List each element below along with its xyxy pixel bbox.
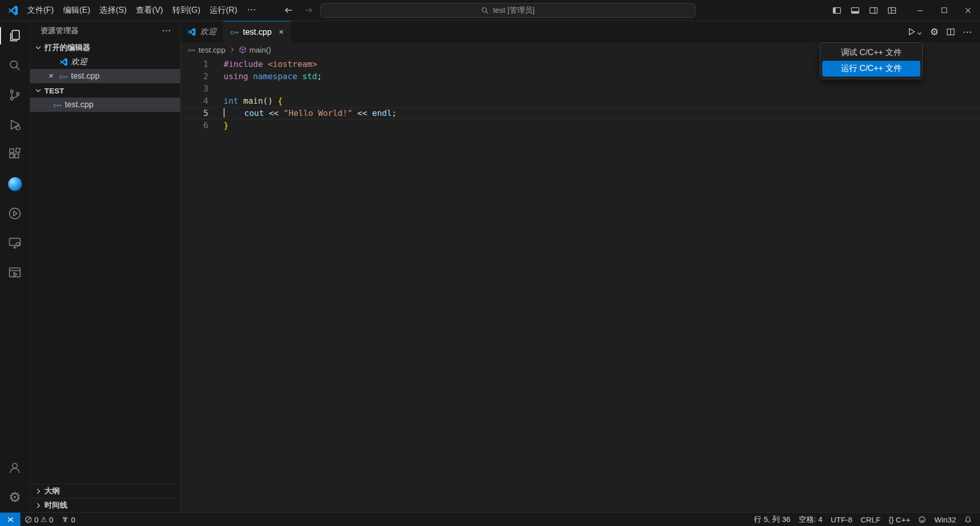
close-tab-icon[interactable]: ×: [279, 27, 284, 37]
svg-text:C++: C++: [60, 74, 68, 79]
line-content: cout << "Hello World!" << endl;: [208, 107, 397, 119]
menu-view[interactable]: 查看(V): [131, 0, 167, 20]
tab-bar: 欢迎 C++ test.cpp × ⚙: [181, 21, 980, 42]
menu-item-run-cpp[interactable]: 运行 C/C++ 文件: [822, 61, 920, 77]
warning-count: 0: [49, 515, 53, 524]
breadcrumb-file[interactable]: test.cpp: [199, 45, 226, 54]
settings-gear-icon[interactable]: ⚙: [0, 483, 30, 512]
menu-edit[interactable]: 编辑(E): [58, 0, 94, 20]
outline-label: 大纲: [44, 486, 60, 496]
outline-section[interactable]: 大纲: [30, 484, 180, 498]
file-item-testcpp[interactable]: C++ test.cpp: [30, 98, 180, 112]
timeline-section[interactable]: 时间线: [30, 498, 180, 512]
folder-section-test[interactable]: TEST: [30, 83, 180, 98]
radio-tower-icon: [61, 516, 69, 523]
chevron-right-icon: [34, 501, 42, 510]
breadcrumb-symbol[interactable]: main(): [250, 45, 272, 54]
workbench: ⚙ 资源管理器 ⋯ 打开的编辑器 欢迎 ×: [0, 21, 980, 512]
notifications-bell-icon[interactable]: [960, 513, 976, 526]
tab-welcome[interactable]: 欢迎: [181, 21, 224, 42]
play-circle-icon[interactable]: [0, 199, 30, 228]
chevron-down-icon: [34, 86, 42, 94]
eol-status[interactable]: CRLF: [856, 513, 885, 526]
folder-name-label: TEST: [44, 86, 64, 95]
braces-icon: {}: [889, 515, 894, 524]
more-actions-icon[interactable]: ⋯: [963, 27, 972, 37]
svg-text:C++: C++: [231, 30, 239, 35]
search-icon: [481, 7, 489, 14]
maximize-button[interactable]: [932, 0, 956, 21]
encoding-status[interactable]: UTF-8: [826, 513, 856, 526]
search-sidebar-icon[interactable]: [0, 51, 30, 80]
customize-layout-icon[interactable]: [887, 6, 897, 15]
indentation-status[interactable]: 空格: 4: [795, 513, 827, 526]
run-dropdown-menu: 调试 C/C++ 文件 运行 C/C++ 文件: [820, 42, 923, 79]
code-line-3[interactable]: 3: [181, 83, 980, 95]
sidebar-spacer: [30, 112, 180, 484]
activity-bar-spacer: [0, 288, 30, 453]
search-text: test [管理员]: [493, 6, 535, 15]
sidebar-more-actions-icon[interactable]: ⋯: [162, 25, 171, 36]
error-icon: [24, 516, 32, 523]
open-editor-testcpp[interactable]: × C++ test.cpp: [30, 69, 180, 83]
language-mode[interactable]: {} C++: [885, 513, 914, 526]
os-status[interactable]: Win32: [930, 513, 960, 526]
forward-arrow-icon[interactable]: [304, 6, 313, 15]
remote-explorer-icon[interactable]: [0, 228, 30, 258]
line-number: 2: [181, 70, 208, 83]
warning-icon: ⚠: [40, 516, 47, 523]
live-preview-icon[interactable]: [0, 258, 30, 288]
editor-group: 欢迎 C++ test.cpp × ⚙: [181, 21, 980, 512]
ports-status[interactable]: 0: [57, 513, 79, 526]
explorer-icon[interactable]: [0, 21, 30, 51]
timeline-label: 时间线: [44, 500, 67, 510]
problems-status[interactable]: 0 ⚠ 0: [20, 513, 57, 526]
open-editor-welcome[interactable]: 欢迎: [30, 55, 180, 69]
open-editors-section[interactable]: 打开的编辑器: [30, 40, 180, 55]
menu-more-icon[interactable]: ⋯: [242, 0, 261, 20]
split-editor-icon[interactable]: [946, 28, 955, 36]
toggle-secondary-sidebar-icon[interactable]: [869, 6, 878, 15]
run-cpp-button[interactable]: [907, 27, 922, 36]
close-window-button[interactable]: [956, 0, 980, 21]
code-line-5[interactable]: 5 cout << "Hello World!" << endl;: [181, 107, 980, 119]
menu-goto[interactable]: 转到(G): [167, 0, 205, 20]
back-arrow-icon[interactable]: [284, 6, 293, 15]
close-editor-icon[interactable]: ×: [46, 71, 56, 81]
line-content: int main() {: [208, 95, 283, 107]
account-icon[interactable]: [0, 453, 30, 483]
line-number: 6: [181, 119, 208, 132]
symbol-method-icon: [239, 46, 247, 54]
line-content: [208, 83, 224, 95]
tab-label: 欢迎: [200, 27, 216, 37]
editor-settings-gear-icon[interactable]: ⚙: [930, 27, 939, 37]
vscode-file-icon: [187, 28, 196, 36]
history-navigation: [284, 6, 313, 15]
code-editor[interactable]: 1#include <iostream>2using namespace std…: [181, 57, 980, 512]
feedback-icon[interactable]: [914, 513, 930, 526]
edge-devtools-icon[interactable]: [0, 169, 30, 199]
minimize-button[interactable]: [908, 0, 932, 21]
explorer-sidebar: 资源管理器 ⋯ 打开的编辑器 欢迎 × C++: [30, 21, 181, 512]
menu-file[interactable]: 文件(F): [22, 0, 58, 20]
title-bar: 文件(F) 编辑(E) 选择(S) 查看(V) 转到(G) 运行(R) ⋯ te…: [0, 0, 980, 21]
code-line-6[interactable]: 6}: [181, 119, 980, 132]
menu-item-debug-cpp[interactable]: 调试 C/C++ 文件: [822, 45, 920, 61]
search-box[interactable]: test [管理员]: [321, 3, 696, 18]
cursor-position[interactable]: 行 5, 列 36: [750, 513, 795, 526]
line-content: using namespace std;: [208, 70, 322, 83]
extensions-icon[interactable]: [0, 139, 30, 169]
line-content: }: [208, 119, 229, 132]
toggle-panel-icon[interactable]: [850, 6, 860, 15]
chevron-right-icon: [34, 487, 42, 495]
tab-testcpp[interactable]: C++ test.cpp ×: [224, 21, 291, 42]
chevron-right-icon: [229, 46, 236, 53]
menu-selection[interactable]: 选择(S): [95, 0, 131, 20]
menu-run[interactable]: 运行(R): [205, 0, 242, 20]
toggle-primary-sidebar-icon[interactable]: [832, 6, 842, 15]
source-control-icon[interactable]: [0, 80, 30, 110]
svg-text:C++: C++: [54, 103, 62, 108]
code-line-4[interactable]: 4int main() {: [181, 95, 980, 107]
run-debug-icon[interactable]: [0, 110, 30, 139]
remote-indicator[interactable]: [0, 513, 20, 526]
